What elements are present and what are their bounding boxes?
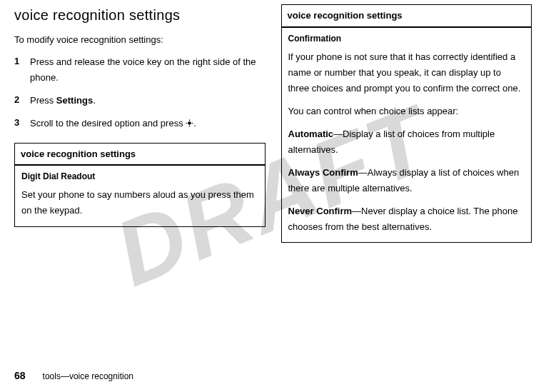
right-column: voice recognition settings Confirmation …: [281, 4, 532, 243]
step-suffix: .: [93, 95, 96, 106]
step-number: 1: [14, 54, 30, 69]
step-prefix: Press: [30, 95, 56, 106]
option-item: Always Confirm—Always display a list of …: [288, 165, 525, 196]
option-name: Automatic: [288, 129, 334, 139]
step-number: 3: [14, 116, 30, 130]
step-item: 2 Press Settings.: [14, 93, 266, 109]
center-key-icon: [186, 119, 193, 127]
step-prefix: Scroll to the desired option and press: [30, 118, 186, 129]
box-subheading: Digit Dial Readout: [21, 170, 258, 183]
step-item: 1 Press and release the voice key on the…: [14, 54, 266, 86]
breadcrumb: tools—voice recognition: [43, 370, 133, 383]
step-number: 2: [14, 93, 30, 107]
steps-list: 1 Press and release the voice key on the…: [14, 54, 266, 131]
step-text: Press Settings.: [30, 93, 266, 109]
box-header: voice recognition settings: [282, 5, 532, 28]
settings-box-left: voice recognition settings Digit Dial Re…: [14, 143, 266, 227]
option-item: Automatic—Display a list of choices from…: [288, 126, 525, 158]
box-header: voice recognition settings: [15, 144, 265, 166]
option-name: Never Confirm: [288, 206, 353, 216]
page-number: 68: [14, 368, 26, 383]
box-paragraph: If your phone is not sure that it has co…: [288, 49, 525, 96]
step-text: Press and release the voice key on the r…: [30, 54, 266, 86]
page-footer: 68 tools—voice recognition: [14, 368, 133, 383]
box-paragraph: You can control when choice lists appear…: [288, 104, 525, 119]
box-text: Set your phone to say numbers aloud as y…: [21, 187, 258, 218]
box-subheading: Confirmation: [288, 32, 525, 45]
intro-text: To modify voice recognition settings:: [14, 33, 266, 47]
step-text: Scroll to the desired option and press .: [30, 116, 266, 131]
step-item: 3 Scroll to the desired option and press…: [14, 116, 266, 131]
step-suffix: .: [193, 118, 196, 129]
option-name: Always Confirm: [288, 167, 358, 178]
option-item: Never Confirm—Never display a choice lis…: [288, 203, 525, 235]
step-bold-label: Settings: [56, 95, 93, 106]
settings-box-right: voice recognition settings Confirmation …: [281, 4, 532, 243]
page-heading: voice recognition settings: [14, 4, 266, 26]
left-column: voice recognition settings To modify voi…: [14, 4, 266, 243]
svg-point-0: [188, 121, 191, 125]
